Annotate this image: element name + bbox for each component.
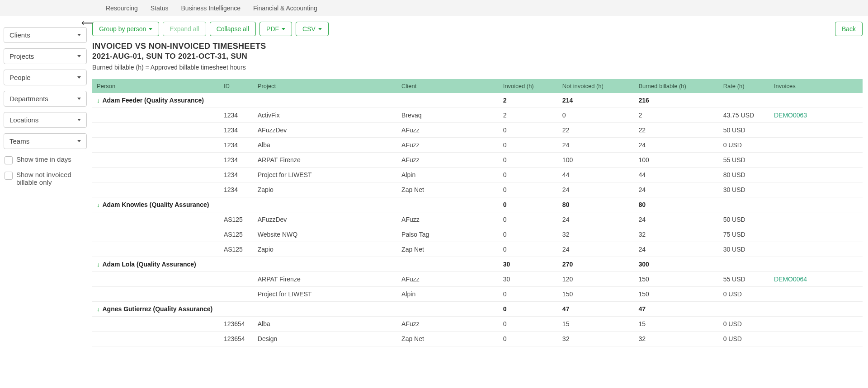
expand-all-button[interactable]: Expand all xyxy=(163,22,206,36)
cell xyxy=(92,287,219,302)
invoice-link[interactable]: DEMO0064 xyxy=(774,276,807,283)
group-total-cell xyxy=(397,197,499,212)
column-header[interactable]: Person xyxy=(92,79,219,93)
nav-link[interactable]: Status xyxy=(144,1,175,15)
cell xyxy=(92,123,219,138)
cell: Palso Tag xyxy=(397,227,499,242)
table-row: 1234AlbaAFuzz024240 USD xyxy=(92,138,863,153)
group-row[interactable]: ↓Adam Knowles (Quality Assurance)08080 xyxy=(92,197,863,212)
cell: 32 xyxy=(558,227,634,242)
invoice-cell xyxy=(769,168,863,182)
table-row: ARPAT FirenzeAFuzz3012015055 USDDEMO0064 xyxy=(92,272,863,287)
invoice-cell xyxy=(769,332,863,346)
column-header[interactable]: ID xyxy=(219,79,253,93)
chevron-down-icon xyxy=(77,34,81,36)
checkbox-row[interactable]: Show not invoiced billable only xyxy=(4,171,87,186)
cell: 22 xyxy=(634,123,718,138)
cell: 150 xyxy=(558,287,634,302)
cell: 1234 xyxy=(219,182,253,197)
pdf-button[interactable]: PDF xyxy=(259,22,292,36)
nav-link[interactable]: Business Intelligence xyxy=(175,1,247,15)
collapse-icon[interactable]: ↓ xyxy=(97,97,100,104)
cell xyxy=(92,332,219,346)
chevron-down-icon xyxy=(77,76,81,79)
column-header[interactable]: Project xyxy=(253,79,397,93)
checkbox[interactable] xyxy=(5,156,13,164)
column-header[interactable]: Burned billable (h) xyxy=(634,79,718,93)
cell: 0 xyxy=(499,212,558,227)
group-total-cell: 80 xyxy=(558,197,634,212)
nav-link[interactable]: Resourcing xyxy=(99,1,144,15)
group-total-cell xyxy=(219,257,253,272)
cell: 15 xyxy=(558,317,634,332)
table-row: 1234ActivFixBrevaq20243.75 USDDEMO0063 xyxy=(92,108,863,123)
group-total-cell xyxy=(769,93,863,108)
group-by-button[interactable]: Group by person xyxy=(92,22,159,36)
cell: Zapio xyxy=(253,242,397,257)
table-header-row: PersonIDProjectClientInvoiced (h)Not inv… xyxy=(92,79,863,93)
filter-label: Locations xyxy=(9,116,38,124)
invoice-link[interactable]: DEMO0063 xyxy=(774,112,807,119)
column-header[interactable]: Not invoiced (h) xyxy=(558,79,634,93)
group-row[interactable]: ↓Adam Lola (Quality Assurance)30270300 xyxy=(92,257,863,272)
cell: 30 USD xyxy=(719,182,769,197)
filter-label: Projects xyxy=(9,52,34,60)
column-header[interactable]: Rate (h) xyxy=(719,79,769,93)
filter-label: People xyxy=(9,74,31,81)
group-total-cell xyxy=(397,302,499,317)
cell: Alpin xyxy=(397,168,499,182)
collapse-icon[interactable]: ↓ xyxy=(97,261,100,268)
group-row[interactable]: ↓Agnes Gutierrez (Quality Assurance)0474… xyxy=(92,302,863,317)
column-header[interactable]: Invoices xyxy=(769,79,863,93)
collapse-all-button[interactable]: Collapse all xyxy=(210,22,256,36)
filter-dropdown[interactable]: Projects xyxy=(4,48,87,64)
group-total-cell xyxy=(219,93,253,108)
cell: Zapio xyxy=(253,182,397,197)
cell: Zap Net xyxy=(397,242,499,257)
filter-dropdown[interactable]: Locations xyxy=(4,112,87,128)
cell: 0 xyxy=(499,123,558,138)
cell: 30 xyxy=(499,272,558,287)
cell: 24 xyxy=(634,182,718,197)
cell: 0 USD xyxy=(719,317,769,332)
filter-dropdown[interactable]: People xyxy=(4,70,87,85)
checkbox-row[interactable]: Show time in days xyxy=(4,155,87,164)
collapse-sidebar-icon[interactable]: ⟵ xyxy=(81,18,93,28)
cell: 24 xyxy=(558,182,634,197)
chevron-down-icon xyxy=(77,119,81,121)
column-header[interactable]: Invoiced (h) xyxy=(499,79,558,93)
group-total-cell: 47 xyxy=(634,302,718,317)
person-name: Agnes Gutierrez (Quality Assurance) xyxy=(103,305,213,313)
cell: AFuzz xyxy=(397,212,499,227)
cell: 24 xyxy=(634,242,718,257)
page-title: INVOICED VS NON-INVOICED TIMESHEETS xyxy=(92,42,863,51)
cell: Website NWQ xyxy=(253,227,397,242)
collapse-icon[interactable]: ↓ xyxy=(97,201,100,208)
filter-dropdown[interactable]: Departments xyxy=(4,91,87,107)
column-header[interactable]: Client xyxy=(397,79,499,93)
filter-dropdown[interactable]: Teams xyxy=(4,133,87,149)
back-button[interactable]: Back xyxy=(835,22,863,36)
cell: 15 xyxy=(634,317,718,332)
cell: Project for LIWEST xyxy=(253,287,397,302)
cell: Zap Net xyxy=(397,182,499,197)
csv-label: CSV xyxy=(302,25,316,33)
nav-link[interactable]: Financial & Accounting xyxy=(247,1,324,15)
cell: 0 USD xyxy=(719,287,769,302)
invoice-cell xyxy=(769,212,863,227)
person-name: Adam Lola (Quality Assurance) xyxy=(103,261,196,268)
group-total-cell: 214 xyxy=(558,93,634,108)
cell xyxy=(92,227,219,242)
table-row: 123654DesignZap Net032320 USD xyxy=(92,332,863,346)
cell: 123654 xyxy=(219,332,253,346)
checkbox[interactable] xyxy=(5,172,13,180)
csv-button[interactable]: CSV xyxy=(296,22,329,36)
group-total-cell xyxy=(397,93,499,108)
cell: Design xyxy=(253,332,397,346)
collapse-icon[interactable]: ↓ xyxy=(97,306,100,313)
cell: 24 xyxy=(634,212,718,227)
filter-dropdown[interactable]: Clients xyxy=(4,27,87,43)
cell: 100 xyxy=(634,153,718,168)
cell: Alpin xyxy=(397,287,499,302)
group-row[interactable]: ↓Adam Feeder (Quality Assurance)2214216 xyxy=(92,93,863,108)
